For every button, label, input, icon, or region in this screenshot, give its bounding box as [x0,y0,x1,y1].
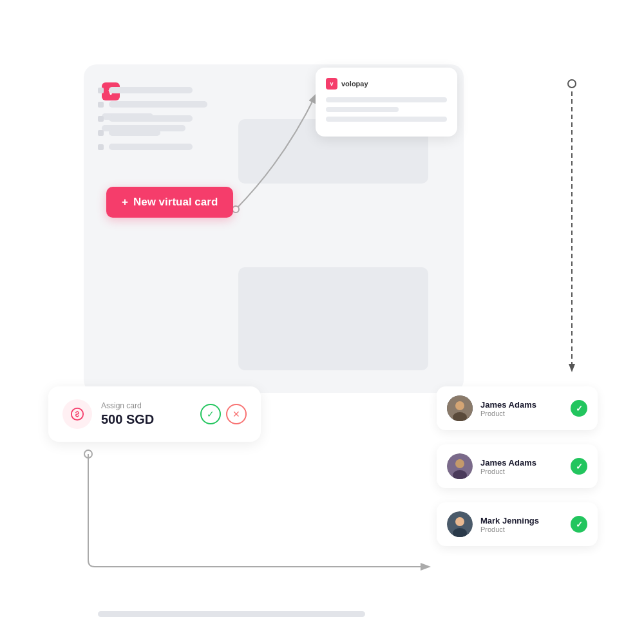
check-badge-2: ✓ [571,458,587,475]
user-role-3: Product [480,526,563,533]
list-skeleton-3 [109,115,193,122]
user-card-3: Mark Jennings Product ✓ [437,502,598,546]
svg-point-10 [455,459,464,468]
volopay-logo-small: v [326,78,337,90]
assign-label: Assign card [101,401,191,410]
bottom-bar [98,611,365,617]
user-name-1: James Adams [480,400,563,410]
user-avatar-1 [447,395,473,421]
left-list [98,87,207,158]
svg-marker-3 [569,364,575,372]
popup-logo-letter: v [330,80,333,87]
plus-icon: + [122,196,128,209]
new-virtual-card-button[interactable]: + New virtual card [106,187,233,218]
reject-assign-button[interactable]: ✕ [226,404,247,424]
check-icon-2: ✓ [576,462,583,471]
list-skeleton-4 [109,129,160,136]
check-icon-1: ✓ [576,404,583,413]
svg-point-13 [455,517,464,526]
user-name-2: James Adams [480,458,563,468]
assign-icon-circle [62,399,92,429]
list-skeleton-1 [109,87,193,93]
new-card-label: New virtual card [133,196,218,209]
right-block-2 [238,267,428,370]
list-item-5 [98,144,207,150]
list-item-4 [98,129,207,136]
svg-point-7 [455,401,464,410]
user-avatar-3 [447,511,473,537]
assign-amount: 500 SGD [101,412,191,427]
user-name-3: Mark Jennings [480,516,563,526]
scene: v + N [0,0,644,644]
user-info-2: James Adams Product [480,458,563,475]
list-item-2 [98,101,207,108]
user-role-2: Product [480,468,563,475]
list-dot-3 [98,116,104,122]
list-item-3 [98,115,207,122]
check-icon-3: ✓ [576,520,583,529]
volopay-popup-header: v volopay [326,78,447,90]
list-skeleton-2 [109,101,207,108]
user-avatar-2 [447,453,473,479]
popup-field-1 [326,97,447,102]
popup-field-3 [326,117,447,122]
assign-card-widget: Assign card 500 SGD ✓ ✕ [48,386,261,442]
user-card-1: James Adams Product ✓ [437,386,598,430]
list-skeleton-5 [109,144,193,150]
list-dot-1 [98,88,104,93]
list-dot-2 [98,102,104,108]
svg-point-2 [568,80,576,88]
user-role-1: Product [480,410,563,417]
dollar-circle-icon [70,407,84,421]
volopay-popup: v volopay [316,68,457,137]
user-info-1: James Adams Product [480,400,563,417]
assign-actions: ✓ ✕ [200,404,247,424]
list-item-1 [98,87,207,93]
confirm-assign-button[interactable]: ✓ [200,404,221,424]
avatar-image-3 [447,511,473,537]
user-card-2: James Adams Product ✓ [437,444,598,488]
check-badge-1: ✓ [571,400,587,417]
volopay-brand-text: volopay [341,80,368,88]
assign-info: Assign card 500 SGD [101,401,191,427]
avatar-image-1 [447,395,473,421]
check-badge-3: ✓ [571,516,587,533]
list-dot-5 [98,144,104,150]
avatar-image-2 [447,453,473,479]
popup-field-2 [326,107,399,112]
svg-point-4 [84,450,92,458]
user-info-3: Mark Jennings Product [480,516,563,533]
list-dot-4 [98,130,104,136]
